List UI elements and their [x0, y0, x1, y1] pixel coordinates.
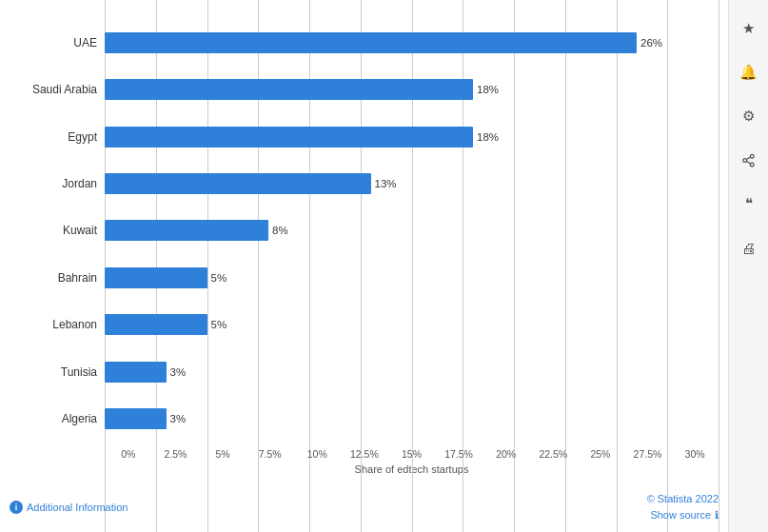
- bar-row: UAE26%: [19, 26, 719, 60]
- sidebar: ★ 🔔 ⚙ ❝ 🖨: [728, 0, 768, 532]
- chart-container: UAE26%Saudi Arabia18%Egypt18%Jordan13%Ku…: [0, 0, 728, 532]
- bar-label: Bahrain: [19, 271, 105, 285]
- bar-row: Tunisia3%: [19, 355, 719, 389]
- bar-row: Algeria3%: [19, 402, 719, 436]
- bar-value-label: 18%: [477, 131, 499, 143]
- bar-track: 26%: [105, 32, 719, 53]
- x-tick: 0%: [105, 448, 152, 460]
- x-tick: 25%: [577, 448, 624, 460]
- gear-icon[interactable]: ⚙: [736, 103, 762, 129]
- footer-row: i Additional Information © Statista 2022…: [10, 491, 719, 524]
- bar-fill: 18%: [105, 79, 473, 100]
- bar-fill: 8%: [105, 220, 268, 241]
- x-tick: 27.5%: [624, 448, 672, 460]
- bar-row: Lebanon5%: [19, 307, 719, 342]
- quote-icon[interactable]: ❝: [736, 190, 762, 217]
- statista-badge: © Statista 2022 Show source ℹ: [647, 491, 719, 524]
- x-tick: 12.5%: [341, 448, 388, 460]
- x-tick: 30%: [671, 448, 719, 460]
- x-tick: 15%: [388, 448, 436, 460]
- bar-row: Kuwait8%: [19, 213, 719, 247]
- show-source-link[interactable]: Show source: [650, 507, 711, 524]
- bar-track: 3%: [105, 408, 719, 429]
- x-tick: 10%: [293, 448, 341, 460]
- bar-label: UAE: [19, 36, 105, 49]
- bar-value-label: 13%: [375, 178, 397, 189]
- x-tick: 22.5%: [529, 448, 577, 460]
- bar-value-label: 26%: [640, 37, 662, 49]
- bell-icon[interactable]: 🔔: [736, 59, 762, 86]
- bars-section: UAE26%Saudi Arabia18%Egypt18%Jordan13%Ku…: [19, 19, 719, 443]
- x-tick: 2.5%: [152, 448, 200, 460]
- bar-label: Kuwait: [19, 224, 105, 237]
- bar-label: Egypt: [19, 130, 105, 144]
- bar-label: Lebanon: [19, 318, 105, 331]
- bar-fill: 3%: [105, 362, 167, 383]
- bar-fill: 3%: [105, 408, 167, 429]
- bar-fill: 26%: [105, 32, 637, 53]
- bar-track: 18%: [105, 79, 719, 100]
- bar-label: Tunisia: [19, 365, 105, 379]
- svg-line-4: [746, 157, 750, 159]
- x-tick: 20%: [482, 448, 530, 460]
- bar-value-label: 5%: [211, 319, 227, 330]
- bar-value-label: 18%: [477, 84, 499, 95]
- bar-fill: 18%: [105, 127, 473, 148]
- bar-row: Jordan13%: [19, 167, 719, 201]
- star-icon[interactable]: ★: [736, 15, 762, 42]
- x-axis: 0%2.5%5%7.5%10%12.5%15%17.5%20%22.5%25%2…: [105, 448, 719, 460]
- bar-label: Jordan: [19, 177, 105, 190]
- share-icon[interactable]: [736, 147, 762, 173]
- chart-area: UAE26%Saudi Arabia18%Egypt18%Jordan13%Ku…: [19, 19, 719, 475]
- bar-fill: 13%: [105, 173, 371, 194]
- bar-row: Saudi Arabia18%: [19, 72, 719, 107]
- bar-value-label: 3%: [170, 366, 187, 378]
- info-icon: i: [10, 501, 23, 514]
- bar-label: Algeria: [19, 412, 105, 425]
- svg-line-3: [746, 161, 750, 163]
- bar-fill: 5%: [105, 314, 207, 335]
- bar-row: Bahrain5%: [19, 261, 719, 295]
- bar-track: 18%: [105, 127, 719, 148]
- statista-credit: © Statista 2022: [647, 491, 719, 508]
- svg-point-2: [750, 163, 754, 167]
- source-icon: ℹ: [715, 507, 719, 524]
- bar-fill: 5%: [105, 267, 207, 288]
- bar-value-label: 5%: [211, 272, 227, 284]
- print-icon[interactable]: 🖨: [736, 234, 762, 261]
- bar-value-label: 8%: [272, 225, 288, 236]
- x-tick: 5%: [199, 448, 246, 460]
- bar-label: Saudi Arabia: [19, 83, 105, 96]
- svg-point-1: [743, 158, 747, 162]
- x-tick: 7.5%: [246, 448, 294, 460]
- svg-point-0: [750, 154, 754, 158]
- additional-info[interactable]: i Additional Information: [10, 501, 128, 514]
- x-tick: 17.5%: [435, 448, 482, 460]
- additional-info-label: Additional Information: [27, 502, 128, 513]
- bar-row: Egypt18%: [19, 120, 719, 154]
- bar-value-label: 3%: [170, 413, 187, 424]
